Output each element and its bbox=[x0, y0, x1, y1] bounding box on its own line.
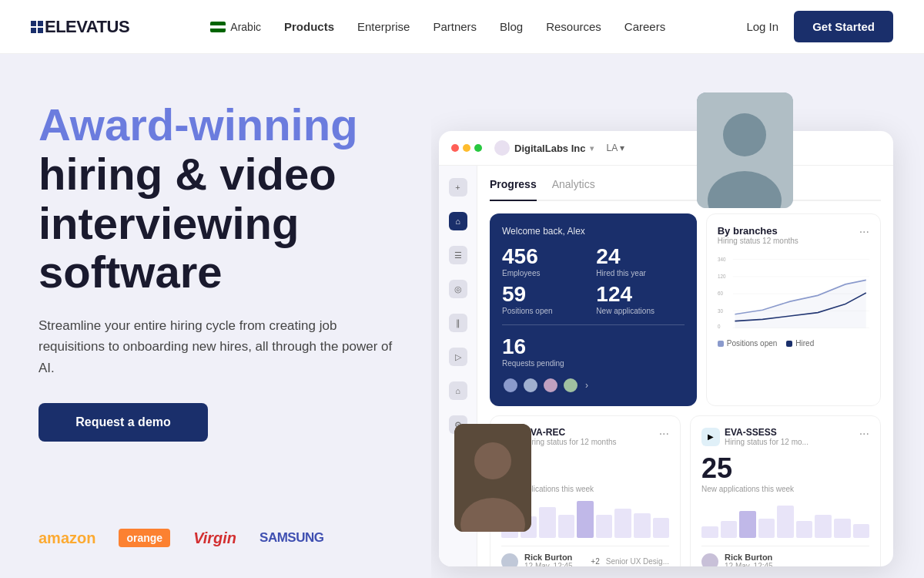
language-button[interactable]: Arabic bbox=[210, 21, 261, 33]
sbar-4 bbox=[758, 519, 775, 538]
welcome-title: Welcome back, Alex bbox=[502, 226, 685, 237]
nav-enterprise[interactable]: Enterprise bbox=[357, 20, 410, 33]
legend-positions-dot bbox=[718, 341, 724, 347]
bar-4 bbox=[558, 515, 575, 538]
sbar-2 bbox=[721, 521, 738, 538]
flag-icon bbox=[210, 22, 226, 32]
dash-tabs: Progress Analytics bbox=[490, 178, 881, 201]
sidebar-chart-icon[interactable]: ∥ bbox=[449, 314, 467, 332]
tab-progress[interactable]: Progress bbox=[490, 178, 537, 201]
pending-avatars: › bbox=[502, 377, 685, 394]
header: ELEVATUS Arabic Products Enterprise Part… bbox=[0, 0, 924, 54]
chart-legend: Positions open Hired bbox=[718, 339, 869, 348]
stat-hired-label: Hired this year bbox=[596, 269, 684, 277]
legend-positions-label: Positions open bbox=[727, 339, 778, 348]
company-avatar bbox=[494, 140, 510, 156]
sbar-1 bbox=[701, 526, 718, 538]
demo-button[interactable]: Request a demo bbox=[38, 403, 208, 442]
person-name: Rick Burton bbox=[524, 553, 573, 562]
pending-value: 16 bbox=[502, 334, 685, 359]
eva-rec-info: EVA-REC Hiring status for 12 months bbox=[524, 427, 617, 446]
person-photo-bottom bbox=[454, 424, 531, 532]
hero-section: Award-winning hiring & video interviewin… bbox=[0, 54, 431, 578]
sidebar-video-icon[interactable]: ▷ bbox=[449, 348, 467, 366]
sbar-7 bbox=[815, 515, 832, 538]
avatar-3 bbox=[542, 377, 559, 394]
dash-main-content: Progress Analytics Welcome back, Alex 45… bbox=[477, 166, 893, 566]
eva-rec-name: EVA-REC bbox=[524, 427, 617, 438]
top-cards-row: Welcome back, Alex 456 Employees 24 Hire… bbox=[490, 213, 881, 406]
login-button[interactable]: Log In bbox=[746, 20, 778, 33]
sbar-3 bbox=[739, 511, 756, 538]
eva-ssess-period: Hiring status for 12 mo... bbox=[725, 438, 808, 446]
get-started-button[interactable]: Get Started bbox=[794, 11, 893, 42]
eva-ssess-info: EVA-SSESS Hiring status for 12 mo... bbox=[725, 427, 808, 446]
location-selector[interactable]: LA ▾ bbox=[606, 143, 624, 153]
eva-ssess-bars bbox=[701, 499, 869, 538]
svg-text:60: 60 bbox=[718, 291, 723, 297]
bar-5 bbox=[577, 501, 594, 538]
person-name-2: Rick Burton bbox=[725, 553, 773, 562]
table-detail: 12 May, 12:45 bbox=[524, 562, 573, 566]
header-right: Log In Get Started bbox=[746, 11, 893, 42]
branches-more-button[interactable]: ··· bbox=[859, 225, 869, 239]
branches-card-header: By branches Hiring status 12 months ··· bbox=[718, 225, 869, 245]
table-info-1: Rick Burton 12 May, 12:45 bbox=[524, 553, 573, 566]
hero-headline-accent: Award-winning bbox=[38, 99, 358, 150]
welcome-card: Welcome back, Alex 456 Employees 24 Hire… bbox=[490, 213, 697, 406]
sbar-8 bbox=[834, 519, 851, 538]
branches-title: By branches bbox=[718, 225, 798, 237]
dashboard-preview: DigitalLabs Inc ▾ LA ▾ + ⌂ ☰ ◎ ∥ ▷ ⌂ bbox=[431, 54, 924, 578]
pending-label: Requests pending bbox=[502, 359, 685, 368]
stat-positions-value: 59 bbox=[502, 284, 590, 305]
stat-positions: 59 Positions open bbox=[502, 284, 590, 315]
bar-3 bbox=[539, 507, 556, 538]
language-label: Arabic bbox=[230, 21, 261, 33]
legend-hired: Hired bbox=[786, 339, 814, 348]
sidebar-add-icon[interactable]: + bbox=[449, 178, 467, 197]
nav-blog[interactable]: Blog bbox=[500, 20, 523, 33]
stat-applications-label: New applications bbox=[596, 307, 684, 315]
nav-careers[interactable]: Careers bbox=[624, 20, 665, 33]
branches-card: By branches Hiring status 12 months ··· … bbox=[706, 213, 881, 406]
main-content: Award-winning hiring & video interviewin… bbox=[0, 54, 924, 578]
eva-ssess-table-row: Rick Burton 12 May, 12:45 bbox=[701, 546, 869, 566]
eva-ssess-card: ▶ EVA-SSESS Hiring status for 12 mo... ·… bbox=[690, 415, 881, 566]
bar-7 bbox=[614, 509, 631, 538]
branches-chart: 340 120 60 30 0 bbox=[718, 254, 869, 331]
sidebar-list-icon[interactable]: ☰ bbox=[449, 246, 467, 264]
company-selector[interactable]: DigitalLabs Inc ▾ bbox=[494, 140, 594, 156]
stat-hired: 24 Hired this year bbox=[596, 246, 684, 277]
more-arrow[interactable]: › bbox=[585, 380, 588, 391]
score-badge: +2 bbox=[591, 557, 599, 566]
stat-hired-value: 24 bbox=[596, 246, 684, 267]
nav-products[interactable]: Products bbox=[284, 20, 334, 33]
tab-analytics[interactable]: Analytics bbox=[552, 178, 595, 193]
branches-subtitle: Hiring status 12 months bbox=[718, 237, 798, 245]
legend-hired-label: Hired bbox=[795, 339, 814, 348]
sidebar-home-icon[interactable]: ⌂ bbox=[449, 212, 467, 230]
branches-title-group: By branches Hiring status 12 months bbox=[718, 225, 798, 245]
nav-resources[interactable]: Resources bbox=[546, 20, 601, 33]
svg-text:120: 120 bbox=[718, 274, 726, 280]
hero-text: Award-winning hiring & video interviewin… bbox=[38, 100, 393, 442]
sidebar-chat-icon[interactable]: ⌂ bbox=[449, 381, 467, 400]
eva-ssess-name: EVA-SSESS bbox=[725, 427, 808, 438]
hero-subtext: Streamline your entire hiring cycle from… bbox=[38, 315, 393, 378]
eva-rec-more-button[interactable]: ··· bbox=[659, 427, 669, 441]
stat-pending: 16 Requests pending bbox=[502, 324, 685, 368]
sbar-6 bbox=[796, 521, 813, 538]
avatar-4 bbox=[562, 377, 579, 394]
sidebar-search-icon[interactable]: ◎ bbox=[449, 280, 467, 298]
main-nav: Arabic Products Enterprise Partners Blog… bbox=[210, 20, 665, 33]
svg-point-4 bbox=[474, 442, 511, 479]
eva-ssess-icon: ▶ bbox=[701, 428, 720, 446]
eva-ssess-more-button[interactable]: ··· bbox=[859, 427, 869, 441]
svg-text:340: 340 bbox=[718, 256, 726, 262]
nav-partners[interactable]: Partners bbox=[433, 20, 477, 33]
partner-samsung: SAMSUNG bbox=[259, 530, 323, 546]
close-dot bbox=[451, 144, 459, 152]
legend-positions: Positions open bbox=[718, 339, 778, 348]
logo-text: ELEVATUS bbox=[45, 17, 129, 37]
person-silhouette-svg bbox=[697, 92, 793, 208]
